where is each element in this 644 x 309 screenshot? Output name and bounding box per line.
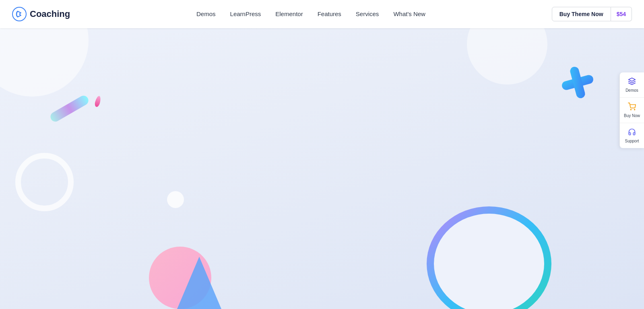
sidebar-buynow-label: Buy Now [624,113,640,118]
svg-point-5 [634,109,635,110]
layers-icon [628,77,636,87]
headset-icon [628,128,636,137]
deco-cone-group [149,241,217,309]
sidebar-right: Demos Buy Now Support [619,72,644,148]
sidebar-support-label: Support [625,139,639,143]
nav-item-whats-new[interactable]: What's New [393,10,425,18]
sidebar-item-support[interactable]: Support [620,123,644,148]
nav-item-elementor[interactable]: Elementor [275,10,303,18]
nav-item-services[interactable]: Services [356,10,379,18]
deco-leaf [94,95,102,107]
plus-svg [559,64,596,101]
deco-ring-bottom-right [427,206,551,309]
logo-icon [12,7,27,21]
navbar: Coaching Demos LearnPress Elementor Feat… [0,0,644,28]
hero-section [0,0,644,309]
nav-item-learnpress[interactable]: LearnPress [230,10,261,18]
svg-marker-3 [629,78,636,81]
sidebar-item-buy-now[interactable]: Buy Now [620,98,644,123]
svg-point-4 [631,109,632,110]
logo-text: Coaching [30,9,70,19]
deco-ring-mid-left [15,153,74,211]
logo-link[interactable]: Coaching [12,7,70,21]
nav-item-features[interactable]: Features [318,10,341,18]
sidebar-item-demos[interactable]: Demos [620,72,644,98]
nav-item-demos[interactable]: Demos [196,10,216,18]
cart-icon [628,103,636,112]
deco-dot [167,191,184,208]
buy-theme-button[interactable]: Buy Theme Now [552,7,611,21]
deco-plus-shape [559,64,596,102]
price-button[interactable]: $54 [611,7,632,21]
main-nav: Demos LearnPress Elementor Features Serv… [196,10,425,18]
cta-group: Buy Theme Now $54 [552,7,632,21]
sidebar-demos-label: Demos [625,88,638,93]
deco-blue-triangle [177,257,221,309]
deco-gradient-bar [49,94,90,123]
